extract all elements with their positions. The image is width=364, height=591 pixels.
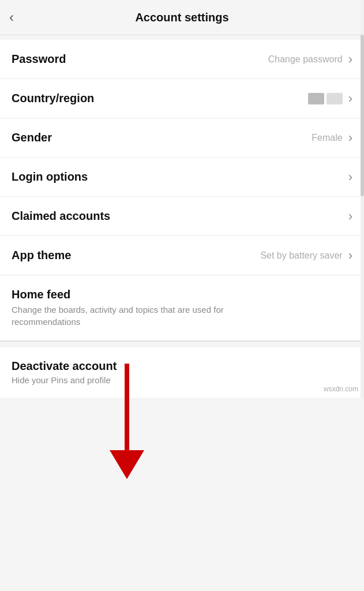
claimed-accounts-row[interactable]: Claimed accounts › <box>0 197 364 236</box>
deactivate-label: Deactivate account <box>12 360 352 373</box>
claimed-accounts-label: Claimed accounts <box>12 210 110 223</box>
header: ‹ Account settings <box>0 0 364 35</box>
app-theme-value: Set by battery saver <box>260 250 342 261</box>
scrollbar-track <box>361 0 364 398</box>
login-options-row[interactable]: Login options › <box>0 158 364 197</box>
page-title: Account settings <box>135 11 228 24</box>
claimed-accounts-chevron: › <box>348 210 352 223</box>
login-options-chevron: › <box>348 171 352 184</box>
back-button[interactable]: ‹ <box>9 10 14 24</box>
gender-row[interactable]: Gender Female › <box>0 118 364 158</box>
app-theme-row[interactable]: App theme Set by battery saver › <box>0 236 364 275</box>
gender-label: Gender <box>12 131 52 144</box>
flag-icon <box>308 93 324 104</box>
app-theme-label: App theme <box>12 249 71 262</box>
gender-chevron: › <box>348 132 352 144</box>
gender-value: Female <box>312 133 342 143</box>
country-region-label: Country/region <box>12 92 94 105</box>
svg-marker-1 <box>110 450 144 479</box>
app-theme-chevron: › <box>348 249 352 262</box>
scrollbar-thumb[interactable] <box>361 35 364 196</box>
deactivate-section[interactable]: Deactivate account Hide your Pins and pr… <box>0 346 364 398</box>
country-region-chevron: › <box>348 92 352 105</box>
password-value: Change password <box>268 54 343 65</box>
password-row[interactable]: Password Change password › <box>0 40 364 79</box>
password-label: Password <box>12 53 66 66</box>
login-options-label: Login options <box>12 170 88 184</box>
watermark: wsxdn.com <box>324 385 358 393</box>
home-feed-row[interactable]: Home feed Change the boards, activity an… <box>0 275 364 342</box>
home-feed-sublabel: Change the boards, activity and topics t… <box>12 304 260 328</box>
home-feed-label: Home feed <box>12 288 260 301</box>
settings-list: Password Change password › Country/regio… <box>0 40 364 342</box>
password-chevron: › <box>348 53 352 66</box>
deactivate-sublabel: Hide your Pins and profile <box>12 375 352 385</box>
country-region-row[interactable]: Country/region › <box>0 79 364 118</box>
flag-icon-2 <box>327 93 343 104</box>
flag-container <box>308 93 343 104</box>
